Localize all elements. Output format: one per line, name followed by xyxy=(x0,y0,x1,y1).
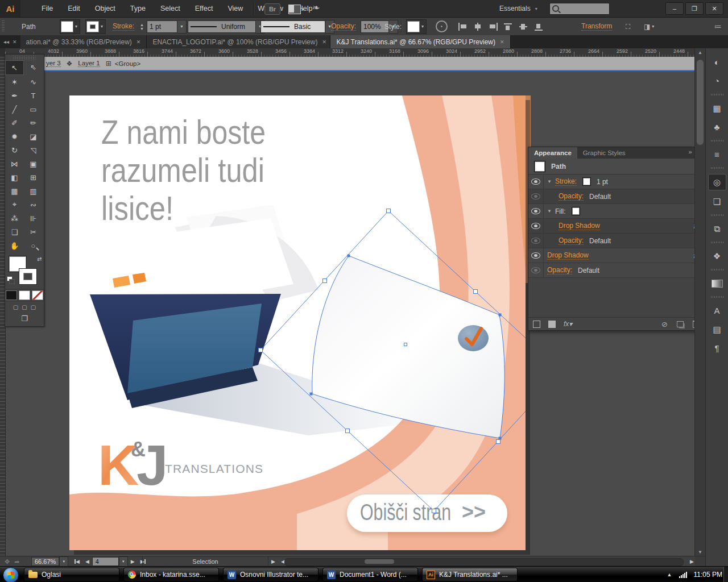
minimize-button[interactable]: – xyxy=(665,2,684,15)
align-middle-icon[interactable] xyxy=(519,23,529,31)
tray-expand-icon[interactable]: ▲ xyxy=(667,572,672,577)
workspace-switcher[interactable]: Essentials ▾ xyxy=(499,0,537,17)
close-tab-icon[interactable] xyxy=(136,39,141,45)
align-center-icon[interactable] xyxy=(473,23,483,31)
symbols-panel-icon[interactable]: ♣ xyxy=(709,119,726,135)
scroll-down-icon[interactable]: ▼ xyxy=(695,548,705,556)
stroke-weight-caret[interactable]: ▾ xyxy=(177,20,187,34)
color-panel-icon[interactable]: ◐ xyxy=(709,55,726,70)
symbol-sprayer-tool[interactable]: ⁂ xyxy=(5,211,24,225)
restore-button[interactable]: ❐ xyxy=(685,2,704,15)
vertical-scroll-thumb[interactable] xyxy=(697,60,704,145)
brush-definition-dropdown[interactable]: Basic xyxy=(260,20,325,33)
dock-group-grip[interactable] xyxy=(711,140,723,142)
appearance-panel-icon[interactable]: ◎ xyxy=(708,174,726,190)
tab-graphic-styles[interactable]: Graphic Styles xyxy=(577,147,631,159)
clock[interactable]: 11:05 PM xyxy=(694,571,722,579)
artboard-number-input[interactable]: 4 xyxy=(92,557,119,566)
graphic-style-dropdown[interactable]: ▾ xyxy=(406,19,427,34)
visibility-toggle[interactable] xyxy=(528,234,544,248)
artboard[interactable]: Z nami boste razumeli tudi lisice! K & xyxy=(69,95,526,550)
vertical-scrollbar[interactable]: ▲ ▼ xyxy=(694,48,705,556)
appearance-row-fill-opacity[interactable]: Opacity: Default xyxy=(528,234,705,248)
fill-color-dropdown[interactable]: ▾ xyxy=(60,19,80,34)
taskbar-button-chrome[interactable]: Inbox - katarina.sse... xyxy=(123,568,219,581)
show-desktop-button[interactable] xyxy=(723,567,728,582)
isolate-selected-icon[interactable]: ⛶ xyxy=(626,23,630,31)
add-new-stroke-icon[interactable] xyxy=(533,321,540,328)
network-signal-icon[interactable] xyxy=(679,572,687,578)
cs-live-icon[interactable]: ❧ xyxy=(312,2,320,13)
document-tab-3-active[interactable]: K&J Translations.ai* @ 66.67% (RGB/GPU P… xyxy=(330,35,510,48)
color-guide-panel-icon[interactable]: ◔ xyxy=(709,73,726,89)
horizontal-ruler[interactable]: 0440323960388838163744367236003528345633… xyxy=(5,48,695,57)
blend-tool[interactable]: ∾ xyxy=(24,198,43,211)
paragraph-panel-icon[interactable]: ¶ xyxy=(709,340,726,356)
control-bar-grip[interactable] xyxy=(2,20,5,32)
free-transform-tool[interactable]: ▣ xyxy=(24,157,43,171)
menu-effect[interactable]: Effect xyxy=(188,0,221,17)
slice-tool[interactable]: ✂ xyxy=(24,225,43,239)
menu-type[interactable]: Type xyxy=(123,0,153,17)
fill-color-swatch[interactable] xyxy=(572,207,580,215)
tab-appearance[interactable]: Appearance xyxy=(528,147,577,159)
appearance-row-opacity[interactable]: Opacity: Default xyxy=(528,263,705,278)
selection-tool[interactable]: ↖ xyxy=(5,60,24,75)
zoom-caret-icon[interactable]: ▾ xyxy=(59,556,68,567)
next-artboard-button[interactable]: ▶ xyxy=(131,559,135,564)
menu-edit[interactable]: Edit xyxy=(60,0,88,17)
tab-scroll-controls[interactable]: ◂◂ xyxy=(0,35,20,48)
arrange-documents-icon[interactable] xyxy=(288,5,301,14)
stroke-weight-value[interactable]: 1 pt xyxy=(147,20,177,33)
width-tool[interactable]: ⋈ xyxy=(5,157,24,171)
blob-brush-tool[interactable]: ✹ xyxy=(5,130,24,143)
artboard-tool[interactable]: ❑ xyxy=(5,225,24,239)
add-new-fill-icon[interactable] xyxy=(548,321,556,328)
dock-group-grip[interactable] xyxy=(711,242,723,243)
perspective-grid-tool[interactable]: ⊞ xyxy=(24,171,43,184)
menu-file[interactable]: File xyxy=(34,0,60,17)
taskbar-button-word[interactable]: WDocument1 - Word (... xyxy=(322,568,418,581)
eraser-tool[interactable]: ◪ xyxy=(24,130,43,143)
expand-triangle-icon[interactable]: ▼ xyxy=(547,179,552,184)
gradient-panel-icon[interactable] xyxy=(709,276,726,291)
swatches-panel-icon[interactable]: ▦ xyxy=(709,101,726,116)
artboard-caret-icon[interactable]: ▾ xyxy=(119,556,128,567)
appearance-row-stroke[interactable]: ▼ Stroke: 1 pt xyxy=(528,174,705,189)
visibility-toggle[interactable] xyxy=(528,204,544,218)
search-input[interactable] xyxy=(549,3,610,15)
transform-panel-link[interactable]: Transform xyxy=(581,22,612,31)
opacity-link[interactable]: Opacity: xyxy=(547,267,572,275)
paintbrush-tool[interactable]: ✐ xyxy=(5,116,24,130)
stroke-color-swatch[interactable] xyxy=(19,268,37,285)
draw-normal-button[interactable]: ▢ xyxy=(13,304,18,310)
dock-group-grip[interactable] xyxy=(711,269,723,271)
drop-shadow-link[interactable]: Drop Shadow xyxy=(547,252,589,260)
pathfinder-panel-icon[interactable]: ⧉ xyxy=(709,221,726,236)
dock-group-grip[interactable] xyxy=(711,296,723,298)
color-button[interactable] xyxy=(6,290,17,300)
stroke-panel-link[interactable]: Stroke: xyxy=(113,22,134,31)
column-graph-tool[interactable]: ⊪ xyxy=(24,211,43,225)
taskbar-button-word[interactable]: WOsnovni Illustrator te... xyxy=(223,568,318,581)
tab-overflow-close-icon[interactable] xyxy=(13,39,17,45)
dock-group-grip[interactable] xyxy=(711,214,723,216)
cta-button[interactable]: Obišči stran >> xyxy=(347,494,507,532)
visibility-toggle[interactable] xyxy=(528,174,544,189)
align-right-icon[interactable] xyxy=(489,23,498,31)
character-panel-icon[interactable]: A xyxy=(709,303,726,318)
drop-shadow-link[interactable]: Drop Shadow xyxy=(559,222,600,230)
appearance-row-fill-dropshadow[interactable]: Drop Shadow fx xyxy=(528,219,705,234)
screen-mode-button[interactable]: ❐ xyxy=(5,313,44,326)
duplicate-item-icon[interactable] xyxy=(677,321,684,327)
status-expand-icon[interactable]: ▶ xyxy=(271,559,275,564)
close-button[interactable]: ✕ xyxy=(705,2,723,15)
eyedropper-tool[interactable]: ⌖ xyxy=(5,198,24,211)
first-artboard-button[interactable]: ◀ xyxy=(75,559,80,564)
dock-group-grip[interactable] xyxy=(711,167,723,169)
expand-triangle-icon[interactable]: ▼ xyxy=(547,209,552,214)
bridge-button[interactable]: Br xyxy=(264,3,280,15)
stroke-panel-icon[interactable]: ≡ xyxy=(709,147,726,162)
pen-tool[interactable]: ✒ xyxy=(5,89,24,102)
stroke-weight-stepper[interactable]: ▲▼ xyxy=(140,23,144,31)
